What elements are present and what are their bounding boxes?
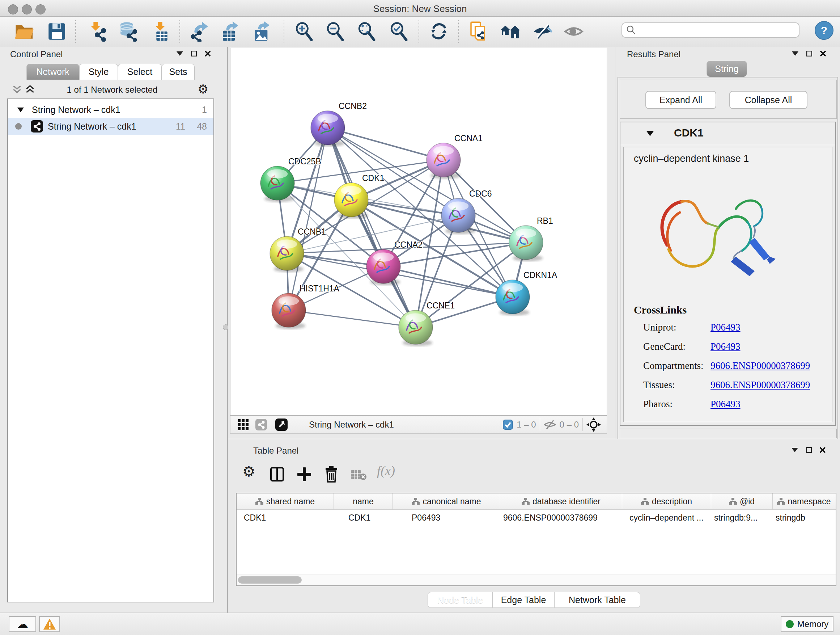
- node-details-header[interactable]: CDK1: [621, 122, 835, 145]
- collection-count: 1: [202, 105, 207, 115]
- search-input[interactable]: [636, 25, 789, 35]
- clone-network-icon[interactable]: [468, 20, 489, 43]
- column-header[interactable]: shared name: [237, 494, 334, 509]
- tab-select[interactable]: Select: [118, 64, 162, 80]
- export-table-icon[interactable]: [219, 20, 240, 43]
- panel-menu-icon[interactable]: [791, 448, 798, 452]
- crosslink-genecard-link[interactable]: P06493: [711, 341, 741, 352]
- panel-float-icon[interactable]: [806, 447, 812, 453]
- panel-float-icon[interactable]: [191, 51, 197, 57]
- home-icon[interactable]: [500, 20, 522, 43]
- collection-expand-icon[interactable]: [17, 108, 24, 112]
- column-header[interactable]: database identifier: [500, 494, 622, 509]
- search-icon: [626, 25, 636, 35]
- column-header[interactable]: canonical name: [393, 494, 500, 509]
- panel-close-icon[interactable]: [820, 51, 826, 57]
- expand-all-networks-icon[interactable]: [25, 85, 35, 94]
- column-header[interactable]: @id: [711, 494, 773, 509]
- horizontal-scrollbar[interactable]: [237, 575, 836, 585]
- add-column-icon[interactable]: [297, 467, 312, 482]
- grid-view-icon[interactable]: [238, 419, 248, 430]
- crosslink-uniprot-link[interactable]: P06493: [711, 322, 741, 333]
- selected-nodes-checkbox-icon[interactable]: [503, 420, 513, 430]
- warnings-button[interactable]: [39, 616, 60, 632]
- crosslinks-title: CrossLinks: [634, 304, 687, 316]
- tab-node-table[interactable]: Node Table: [428, 592, 493, 608]
- panel-close-icon[interactable]: [205, 51, 210, 57]
- toolbar-search-box[interactable]: [622, 22, 799, 38]
- export-network-icon[interactable]: [188, 20, 210, 43]
- table-options-gear-icon[interactable]: ⚙: [242, 463, 256, 480]
- birds-eye-view-icon[interactable]: [586, 417, 601, 432]
- control-panel: Control Panel Network Style Select Sets …: [0, 47, 228, 613]
- network-view-toolbar: String Network – cdk1 1 – 0 0 – 0: [230, 416, 607, 434]
- column-header[interactable]: namespace: [773, 494, 835, 509]
- column-header[interactable]: description: [622, 494, 711, 509]
- results-panel: Results Panel String Expand All Collapse…: [615, 47, 840, 439]
- graph-node-label: HIST1H1A: [300, 284, 340, 293]
- panel-float-icon[interactable]: [806, 51, 812, 57]
- entry-content-box: cyclin–dependent kinase 1: [623, 147, 832, 422]
- panel-close-icon[interactable]: [820, 447, 826, 453]
- import-table-icon[interactable]: [150, 20, 172, 43]
- crosslink-pharos-link[interactable]: P06493: [711, 399, 741, 410]
- crosslink-label: Tissues:: [643, 379, 675, 391]
- expand-collapse-box: Expand All Collapse All: [620, 80, 837, 119]
- collapse-entry-icon[interactable]: [646, 131, 654, 136]
- crosslink-label: Uniprot:: [643, 322, 676, 333]
- toolbar-separator: [458, 20, 459, 43]
- show-all-eye-icon[interactable]: [563, 20, 584, 43]
- hidden-eye-slash-icon[interactable]: [544, 419, 556, 430]
- help-button[interactable]: ?: [815, 21, 834, 40]
- network-options-gear-icon[interactable]: ⚙: [197, 82, 208, 96]
- collapse-all-networks-icon[interactable]: [12, 85, 22, 94]
- table-panel: Table Panel ⚙ f(x) shared name na: [228, 439, 840, 613]
- import-network-icon[interactable]: [87, 20, 109, 43]
- expand-all-button[interactable]: Expand All: [645, 91, 716, 109]
- detach-view-icon[interactable]: [275, 418, 288, 431]
- network-view-app-icon[interactable]: [255, 418, 267, 431]
- zoom-fit-icon[interactable]: [355, 20, 377, 43]
- network-label: String Network – cdk1: [48, 121, 136, 132]
- tab-network[interactable]: Network: [27, 64, 79, 80]
- export-image-icon[interactable]: [251, 20, 272, 43]
- graph-node-label: RB1: [537, 216, 553, 226]
- collapse-all-button[interactable]: Collapse All: [729, 91, 807, 109]
- cloud-status-button[interactable]: ☁: [9, 616, 36, 632]
- status-bar: ☁ Memory: [0, 613, 840, 635]
- network-row-selected[interactable]: String Network – cdk1 11 48: [8, 118, 213, 135]
- panel-menu-icon[interactable]: [177, 51, 183, 56]
- refresh-icon[interactable]: [428, 20, 450, 43]
- function-builder-icon-disabled: f(x): [377, 463, 395, 478]
- crosslink-tissues-link[interactable]: 9606.ENSP00000378699: [711, 379, 810, 391]
- show-columns-icon[interactable]: [270, 467, 284, 482]
- graph-node-label: CDC25B: [288, 157, 321, 166]
- open-session-icon[interactable]: [14, 20, 35, 43]
- scrollbar-thumb[interactable]: [238, 576, 302, 584]
- tab-string-results[interactable]: String: [706, 61, 747, 77]
- zoom-selected-icon[interactable]: [388, 20, 409, 43]
- tab-edge-table[interactable]: Edge Table: [493, 592, 554, 608]
- tab-sets[interactable]: Sets: [162, 64, 195, 80]
- hide-selected-eye-icon[interactable]: [531, 20, 553, 43]
- network-tree: String Network – cdk1 1 String Network –…: [7, 98, 214, 602]
- network-node-count: 11: [176, 121, 185, 132]
- save-session-icon[interactable]: [46, 20, 68, 43]
- results-panel-title: Results Panel: [627, 49, 681, 59]
- import-network-from-database-icon[interactable]: [117, 20, 139, 43]
- table-row[interactable]: CDK1 CDK1 P06493 9606.ENSP00000378699 cy…: [237, 510, 836, 526]
- memory-button[interactable]: Memory: [781, 616, 834, 632]
- crosslink-compartments-link[interactable]: 9606.ENSP00000378699: [711, 360, 810, 371]
- panel-menu-icon[interactable]: [792, 51, 798, 56]
- column-header[interactable]: name: [334, 494, 393, 509]
- toolbar-separator: [418, 20, 419, 43]
- tab-style[interactable]: Style: [79, 64, 118, 80]
- delete-column-icon[interactable]: [324, 466, 339, 483]
- zoom-in-icon[interactable]: [293, 20, 315, 43]
- network-collection-row[interactable]: String Network – cdk1 1: [8, 101, 213, 118]
- selected-node-edge-counts: 1 – 0: [516, 420, 536, 430]
- network-canvas[interactable]: CCNB2CCNA1CDC25BCDK1CDC6RB1CCNB1CCNA2CDK…: [230, 48, 607, 416]
- toolbar-separator: [75, 20, 76, 43]
- zoom-out-icon[interactable]: [324, 20, 346, 43]
- tab-network-table[interactable]: Network Table: [554, 592, 640, 608]
